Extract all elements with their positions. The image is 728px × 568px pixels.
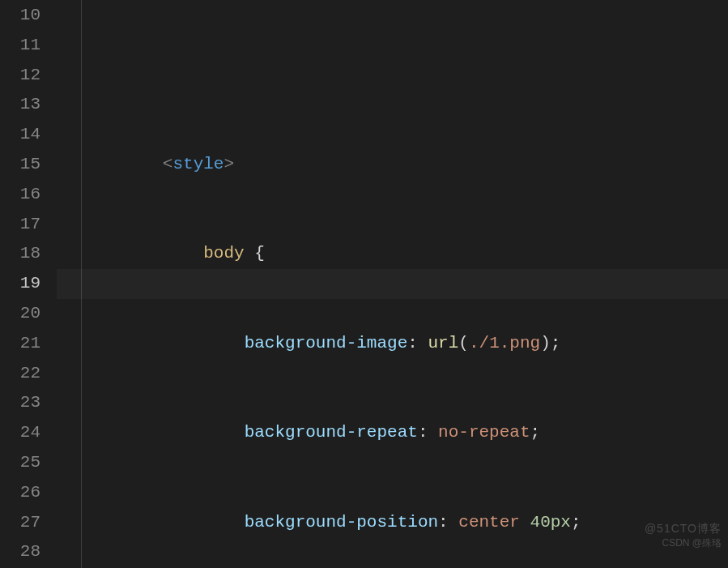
line-number: 23	[0, 388, 40, 418]
line-number: 14	[0, 120, 40, 150]
line-number: 26	[0, 478, 40, 508]
line-number: 16	[0, 180, 40, 210]
indent-guide	[81, 0, 82, 568]
code-line[interactable]: body {	[57, 239, 728, 269]
line-number: 10	[0, 1, 40, 31]
line-number: 28	[0, 537, 40, 567]
line-number: 18	[0, 239, 40, 269]
code-editor[interactable]: 10 11 12 13 14 15 16 17 18 19 20 21 22 2…	[0, 0, 728, 568]
line-number: 17	[0, 210, 40, 240]
line-number: 19	[0, 269, 40, 299]
line-number: 11	[0, 31, 40, 61]
line-number-gutter: 10 11 12 13 14 15 16 17 18 19 20 21 22 2…	[0, 0, 57, 568]
line-number: 15	[0, 150, 40, 180]
code-line[interactable]: background-repeat: no-repeat;	[57, 418, 728, 448]
line-number: 12	[0, 61, 40, 91]
line-number: 13	[0, 90, 40, 120]
active-line-highlight	[57, 269, 728, 299]
line-number: 22	[0, 359, 40, 389]
code-line[interactable]: background-image: url(./1.png);	[57, 329, 728, 359]
line-number: 20	[0, 299, 40, 329]
line-number: 21	[0, 329, 40, 359]
code-line[interactable]: background-position: center 40px;	[57, 508, 728, 538]
code-area[interactable]: <style> body { background-image: url(./1…	[57, 0, 728, 568]
line-number: 27	[0, 508, 40, 538]
line-number: 24	[0, 418, 40, 448]
code-line[interactable]: <style>	[57, 150, 728, 180]
line-number: 25	[0, 448, 40, 478]
